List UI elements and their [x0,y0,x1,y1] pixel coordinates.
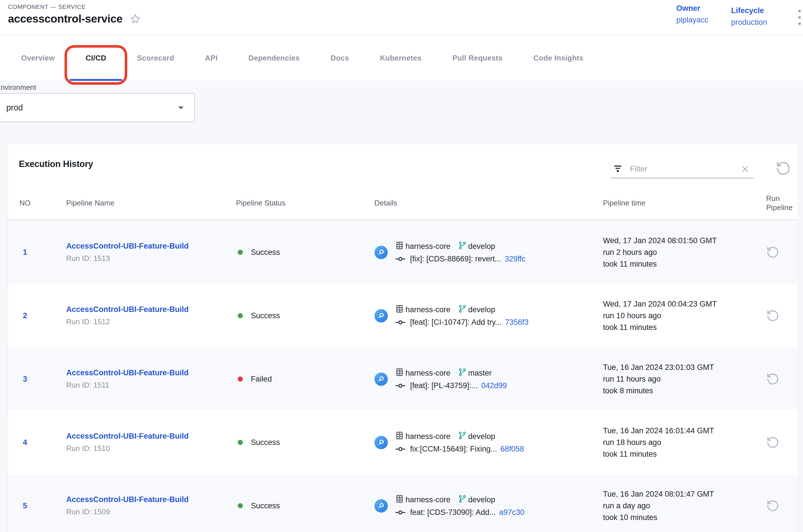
environment-select[interactable]: prod [0,93,195,122]
tab-scorecard[interactable]: Scorecard [137,35,174,81]
dropdown-caret-icon [178,106,184,111]
tab-ci-cd[interactable]: CI/CD [85,35,106,81]
repository-name: harness-core [405,495,451,504]
repository-name: harness-core [405,242,451,251]
repository-icon [395,305,404,315]
pipeline-name-link[interactable]: AccessControl-UBI-Feature-Build [66,432,236,441]
pipeline-duration: took 8 minutes [603,385,758,397]
execution-history-title: Execution History [19,159,93,169]
run-id-label: Run ID: 1510 [66,444,236,453]
branch-name: develop [468,305,495,314]
branch-name: develop [468,495,495,504]
run-id-label: Run ID: 1512 [66,317,236,326]
row-number-link[interactable]: 2 [8,311,66,320]
col-header-details: Details [375,198,603,208]
pipeline-name-link[interactable]: AccessControl-UBI-Feature-Build [66,242,236,251]
pipeline-timestamp: Tue, 16 Jan 2024 08:01:47 GMT [603,488,758,500]
status-text: Success [251,248,280,257]
entity-tabs: OverviewCI/CDScorecardAPIDependenciesDoc… [0,35,803,81]
commit-hash-link[interactable]: a97c30 [499,508,524,517]
run-pipeline-icon[interactable] [766,436,779,449]
repository-name: harness-core [405,369,451,378]
harness-pipeline-icon [375,373,388,386]
git-branch-icon [458,305,466,315]
filter-clear-icon[interactable] [741,165,749,173]
owner-label: Owner [676,4,709,13]
repository-icon [395,495,404,505]
col-header-name: Pipeline Name [66,198,236,208]
commit-hash-link[interactable]: 7356f3 [505,318,529,327]
row-number-link[interactable]: 5 [8,501,66,510]
status-text: Failed [251,375,272,384]
tab-docs[interactable]: Docs [330,35,349,81]
tab-api[interactable]: API [205,35,217,81]
table-row: 1 AccessControl-UBI-Feature-Build Run ID… [8,221,798,284]
pipeline-name-link[interactable]: AccessControl-UBI-Feature-Build [66,368,236,377]
tab-overview[interactable]: Overview [21,35,55,81]
filter-input[interactable] [630,165,741,173]
filter-box [611,160,753,178]
commit-hash-link[interactable]: 68f058 [500,445,524,454]
git-commit-icon [395,318,405,327]
table-row: 5 AccessControl-UBI-Feature-Build Run ID… [8,474,798,532]
harness-pipeline-icon [375,499,388,513]
refresh-icon[interactable] [776,161,791,176]
status-dot [238,377,243,382]
branch-name: develop [468,432,495,441]
owner-link[interactable]: plplayacc [676,16,709,24]
page-title: accesscontrol-service [8,13,122,25]
pipeline-run-ago: run 2 hours ago [603,247,758,258]
run-pipeline-icon[interactable] [766,499,779,512]
row-number-link[interactable]: 3 [8,375,66,384]
tab-label: Code Insights [533,54,584,62]
commit-message: [fix]: [CDS-88669]: revert... [410,254,501,263]
tab-code-insights[interactable]: Code Insights [533,35,584,81]
pipeline-timestamp: Wed, 17 Jan 2024 08:01:50 GMT [603,235,758,247]
run-pipeline-icon[interactable] [766,309,779,322]
repository-icon [395,368,404,378]
tab-label: API [205,54,217,62]
tab-pull-requests[interactable]: Pull Requests [452,35,502,81]
pipeline-duration: took 10 minutes [603,512,758,524]
harness-pipeline-icon [375,246,388,259]
commit-hash-link[interactable]: 042d99 [481,381,507,390]
status-text: Success [251,438,280,447]
pipeline-run-ago: run 18 hours ago [603,437,758,449]
table-body: 1 AccessControl-UBI-Feature-Build Run ID… [8,221,798,532]
commit-message: [feat]: [CI-10747]: Add try... [410,318,502,327]
row-number-link[interactable]: 1 [8,248,66,257]
commit-message: [feat]: [PL-43759]:... [410,381,478,390]
git-branch-icon [458,241,466,252]
more-options-kebab-icon[interactable] [794,8,803,27]
col-header-no: NO [8,198,66,208]
run-id-label: Run ID: 1509 [66,508,236,516]
row-number-link[interactable]: 4 [8,438,66,447]
pipeline-name-link[interactable]: AccessControl-UBI-Feature-Build [66,305,236,314]
branch-name: master [468,369,492,378]
pipeline-run-ago: run 11 hours ago [603,373,758,385]
pipeline-name-link[interactable]: AccessControl-UBI-Feature-Build [66,495,236,504]
pipeline-timestamp: Tue, 16 Jan 2024 23:01:03 GMT [603,362,758,373]
tab-dependencies[interactable]: Dependencies [248,35,300,81]
run-pipeline-icon[interactable] [766,373,779,385]
git-branch-icon [458,495,466,505]
pipeline-duration: took 11 minutes [603,449,758,460]
lifecycle-meta: Lifecycle production [731,6,767,27]
commit-hash-link[interactable]: 329ffc [505,254,525,263]
git-commit-icon [395,381,405,390]
commit-message: fix:[CCM-15649]: Fixing... [410,445,497,454]
tab-kubernetes[interactable]: Kubernetes [380,35,421,81]
tab-label: CI/CD [85,54,106,62]
repository-icon [395,431,404,442]
lifecycle-label: Lifecycle [731,6,767,15]
col-header-time: Pipeline time [603,198,758,208]
favorite-star-icon[interactable] [130,14,141,24]
git-branch-icon [458,431,466,442]
entity-kind-label: COMPONENT — SERVICE [8,3,85,10]
branch-name: develop [468,242,495,251]
run-pipeline-icon[interactable] [766,246,779,259]
status-dot [238,250,243,255]
pipeline-run-ago: run 10 hours ago [603,310,758,322]
tab-label: Dependencies [248,54,300,62]
lifecycle-value: production [731,18,767,27]
